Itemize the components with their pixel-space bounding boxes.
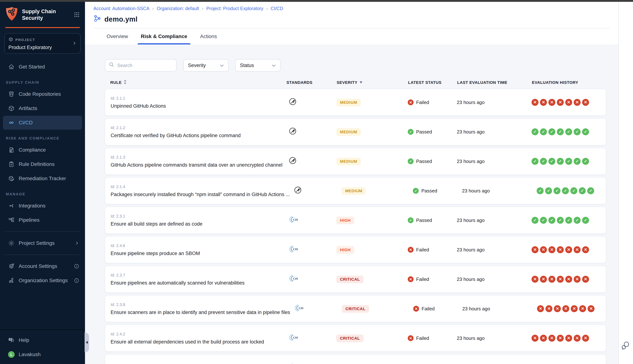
table-row[interactable]: Id: 2.1.2Certificate not verified by Git… <box>105 118 606 146</box>
severity-badge: CRITICAL <box>336 334 364 342</box>
history-failed-icon: ✕ <box>579 305 586 312</box>
sidebar-item-rule-definitions[interactable]: Rule Definitions <box>3 157 82 171</box>
history-passed-icon: ✓ <box>532 128 538 135</box>
breadcrumb-organization[interactable]: Organization: default <box>157 6 199 11</box>
tab-actions[interactable]: Actions <box>200 28 217 44</box>
main-area: Account: Automation-SSCA › Organization:… <box>85 2 618 364</box>
sidebar-item-organization-settings[interactable]: Organization Settings <box>3 274 82 288</box>
artifacts-icon <box>8 105 15 112</box>
sidebar-item-compliance[interactable]: Compliance <box>3 143 82 157</box>
sidebar-item-ci-cd[interactable]: CI/CD <box>3 116 82 130</box>
table-row[interactable]: Id: 2.3.8Ensure scanners are in place to… <box>105 295 606 322</box>
column-header-standards[interactable]: STANDARDS <box>286 80 337 85</box>
rule-cell: Id: 2.1.2Certificate not verified by Git… <box>111 126 286 138</box>
tab-risk-and-compliance[interactable]: Risk & Compliance <box>141 28 187 44</box>
sidebar: Supply Chain Security PROJECT Product Ex… <box>0 2 85 364</box>
column-header-latest-status[interactable]: LATEST STATUS <box>408 80 457 85</box>
sidebar-collapse-handle[interactable] <box>84 332 89 352</box>
table-row[interactable]: Id: 2.3.7Ensure pipelines are automatica… <box>105 266 606 293</box>
rule-cell: Id: 2.3.1Ensure all build steps are defi… <box>111 214 286 227</box>
evaluation-history: ✓✓✓✓✓✓✓ <box>537 187 611 194</box>
table-row[interactable]: Id: 2.1.4Packages insecurely installed t… <box>105 177 606 204</box>
brand-accent-rule <box>5 27 80 28</box>
sidebar-item-code-repositories[interactable]: Code Repositories <box>3 87 82 101</box>
info-icon[interactable] <box>74 278 79 283</box>
severity-badge: CRITICAL <box>336 276 364 283</box>
breadcrumb-cicd[interactable]: CI/CD <box>271 6 283 11</box>
rule-id: Id: 2.4.6 <box>111 243 286 248</box>
svg-text:CIS: CIS <box>293 336 298 339</box>
table-row[interactable]: Id: 2.4.6Ensure pipeline steps produce a… <box>105 236 606 263</box>
sidebar-item-get-started[interactable]: Get Started <box>3 60 82 74</box>
breadcrumb: Account: Automation-SSCA › Organization:… <box>94 6 610 11</box>
table-row[interactable]: Id: 2.3.1Ensure all build steps are defi… <box>105 207 606 234</box>
avatar: L <box>8 351 15 358</box>
breadcrumb-project[interactable]: Project: Product Exploratory <box>206 6 263 11</box>
project-label: PROJECT <box>16 38 35 42</box>
history-passed-icon: ✓ <box>574 128 580 135</box>
severity-badge: MEDIUM <box>336 99 361 106</box>
status-failed-icon: ✕ <box>408 247 414 253</box>
column-header-evaluation-history[interactable]: EVALUATION HISTORY <box>532 80 606 85</box>
project-selector[interactable]: PROJECT Product Exploratory <box>4 33 80 54</box>
cis-icon: CIS <box>289 275 298 284</box>
chevron-right-icon <box>75 241 79 245</box>
history-failed-icon: ✕ <box>554 305 561 312</box>
status-label: Passed <box>416 218 432 223</box>
severity-badge: MEDIUM <box>342 187 366 195</box>
status-cell: ✕Failed <box>413 306 462 312</box>
breadcrumb-account[interactable]: Account: Automation-SSCA <box>94 6 150 11</box>
owasp-icon <box>294 186 302 195</box>
rule-name: Ensure pipelines are automatically scann… <box>111 280 286 286</box>
status-label: Failed <box>416 247 429 253</box>
cicd-icon <box>8 120 15 126</box>
severity-filter-select[interactable]: Severity <box>183 59 228 72</box>
evaluation-history: ✕✕✕✕✕✕✕ <box>537 305 612 312</box>
status-cell: ✓Passed <box>408 129 457 135</box>
sidebar-user-menu[interactable]: L Lavakush <box>3 348 82 362</box>
severity-cell: HIGH <box>336 246 408 254</box>
breadcrumb-separator-icon: › <box>202 6 203 11</box>
history-failed-icon: ✕ <box>537 305 544 312</box>
breadcrumb-separator-icon: › <box>152 6 154 11</box>
info-icon[interactable] <box>74 264 79 269</box>
app-grid-icon[interactable] <box>74 12 80 18</box>
status-label: Passed <box>416 158 432 164</box>
history-failed-icon: ✕ <box>557 276 564 283</box>
column-header-severity[interactable]: SEVERITY <box>337 80 408 85</box>
history-passed-icon: ✓ <box>540 158 547 165</box>
help-label: Help <box>19 337 79 343</box>
sidebar-item-integrations[interactable]: Integrations <box>3 199 82 213</box>
status-label: Passed <box>421 188 437 194</box>
sidebar-item-remediation-tracker[interactable]: Remediation Tracker <box>3 172 82 186</box>
search-input[interactable] <box>117 62 172 68</box>
evaluation-time: 23 hours ago <box>457 247 532 253</box>
table-row[interactable]: Id: 2.4.2Ensure all external dependencie… <box>105 325 606 352</box>
tab-overview[interactable]: Overview <box>106 28 128 44</box>
table-row[interactable]: Id: 3.1.7CISCRITICAL✕Failed23 hours ago✕… <box>105 354 606 364</box>
rule-name: Ensure pipeline steps produce an SBOM <box>111 251 286 256</box>
table-row[interactable]: Id: 2.1.1Unpinned GitHub ActionsMEDIUM✕F… <box>105 89 606 116</box>
history-passed-icon: ✓ <box>565 217 572 224</box>
evaluation-history: ✓✓✓✓✓✓✓ <box>532 217 606 224</box>
chat-support-icon[interactable] <box>621 340 630 350</box>
status-cell: ✕Failed <box>408 276 457 282</box>
code-repositories-icon <box>8 91 15 98</box>
column-header-last-evaluation-time[interactable]: LAST EVALUATION TIME <box>457 80 532 85</box>
rule-cell: Id: 2.1.4Packages insecurely installed t… <box>111 184 291 198</box>
column-header-rule[interactable]: RULE <box>110 80 286 86</box>
sidebar-item-artifacts[interactable]: Artifacts <box>3 102 82 115</box>
standards-cell <box>291 186 342 195</box>
sidebar-item-help[interactable]: ? Help <box>3 333 82 347</box>
evaluation-history: ✓✓✓✓✓✓✓ <box>532 128 606 135</box>
history-failed-icon: ✕ <box>557 335 564 342</box>
sidebar-item-pipelines[interactable]: Pipelines <box>3 213 82 227</box>
search-icon <box>109 62 114 69</box>
history-failed-icon: ✕ <box>565 246 572 253</box>
status-filter-select[interactable]: Status <box>235 59 280 72</box>
sidebar-item-account-settings[interactable]: Account Settings <box>3 259 82 273</box>
rule-name: Ensure all build steps are defined as co… <box>111 221 286 227</box>
sidebar-item-project-settings[interactable]: Project Settings <box>3 236 82 250</box>
table-row[interactable]: Id: 2.1.3GitHub Actions pipeline command… <box>105 148 606 175</box>
rule-id: Id: 2.1.2 <box>111 126 286 130</box>
